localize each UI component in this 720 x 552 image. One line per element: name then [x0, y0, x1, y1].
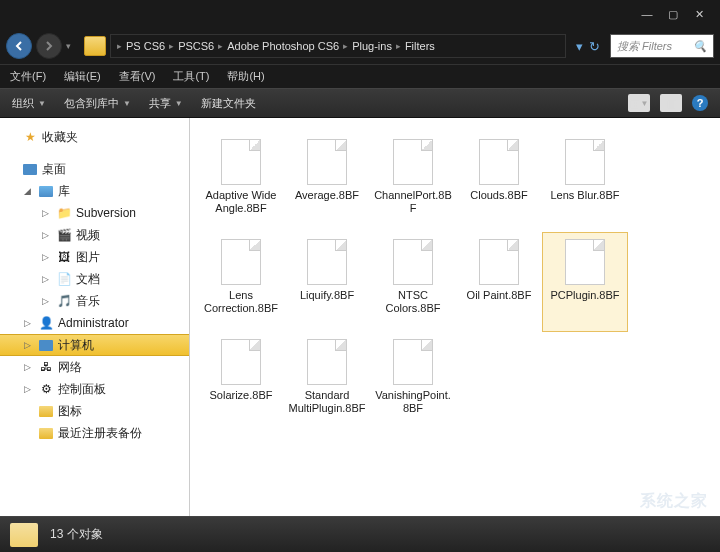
file-icon — [393, 139, 433, 185]
menu-help[interactable]: 帮助(H) — [227, 69, 264, 84]
lib-item-icon: 🎬 — [56, 228, 72, 242]
file-icon — [479, 139, 519, 185]
crumb-3[interactable]: Plug-ins — [352, 40, 392, 52]
file-icon — [565, 139, 605, 185]
file-icon — [307, 239, 347, 285]
file-label: Solarize.8BF — [210, 389, 273, 402]
file-item[interactable]: Standard MultiPlugin.8BF — [284, 332, 370, 432]
tree-lib-item[interactable]: ▷🎵音乐 — [0, 290, 189, 312]
folder-icon — [39, 406, 53, 417]
file-item[interactable]: Solarize.8BF — [198, 332, 284, 432]
nav-bar: ▾ ▸ PS CS6▸ PSCS6▸ Adobe Photoshop CS6▸ … — [0, 28, 720, 64]
crumb-4[interactable]: Filters — [405, 40, 435, 52]
minimize-button[interactable]: — — [634, 4, 660, 24]
crumb-2[interactable]: Adobe Photoshop CS6 — [227, 40, 339, 52]
organize-button[interactable]: 组织▼ — [12, 96, 46, 111]
content-area: ★ 收藏夹 桌面 ◢ 库 ▷📁Subversion▷🎬视频▷🖼图片▷📄文档▷🎵音… — [0, 118, 720, 516]
crumb-0[interactable]: PS CS6 — [126, 40, 165, 52]
tree-library[interactable]: ◢ 库 — [0, 180, 189, 202]
file-label: Liquify.8BF — [300, 289, 354, 302]
close-button[interactable]: ✕ — [686, 4, 712, 24]
menu-view[interactable]: 查看(V) — [119, 69, 156, 84]
maximize-button[interactable]: ▢ — [660, 4, 686, 24]
file-label: Adaptive Wide Angle.8BF — [201, 189, 281, 215]
cpanel-icon: ⚙ — [38, 382, 54, 396]
file-item[interactable]: NTSC Colors.8BF — [370, 232, 456, 332]
tree-icons[interactable]: 图标 — [0, 400, 189, 422]
file-item[interactable]: Clouds.8BF — [456, 132, 542, 232]
file-label: VanishingPoint.8BF — [373, 389, 453, 415]
user-icon: 👤 — [38, 316, 54, 330]
share-button[interactable]: 共享▼ — [149, 96, 183, 111]
tree-lib-item[interactable]: ▷🎬视频 — [0, 224, 189, 246]
tree-computer[interactable]: ▷ 计算机 — [0, 334, 189, 356]
history-dropdown[interactable]: ▾ — [66, 41, 80, 51]
nav-tree: ★ 收藏夹 桌面 ◢ 库 ▷📁Subversion▷🎬视频▷🖼图片▷📄文档▷🎵音… — [0, 118, 190, 516]
search-icon: 🔍 — [693, 40, 707, 53]
back-button[interactable] — [6, 33, 32, 59]
file-item[interactable]: Lens Blur.8BF — [542, 132, 628, 232]
help-button[interactable]: ? — [692, 95, 708, 111]
tree-recent-reg[interactable]: 最近注册表备份 — [0, 422, 189, 444]
file-label: Oil Paint.8BF — [467, 289, 532, 302]
search-input[interactable]: 搜索 Filters 🔍 — [610, 34, 714, 58]
tree-control-panel[interactable]: ▷⚙ 控制面板 — [0, 378, 189, 400]
file-icon — [307, 339, 347, 385]
file-icon — [221, 239, 261, 285]
tree-lib-item[interactable]: ▷📄文档 — [0, 268, 189, 290]
file-label: Lens Blur.8BF — [550, 189, 619, 202]
file-item[interactable]: Liquify.8BF — [284, 232, 370, 332]
crumb-1[interactable]: PSCS6 — [178, 40, 214, 52]
tree-administrator[interactable]: ▷👤 Administrator — [0, 312, 189, 334]
forward-button[interactable] — [36, 33, 62, 59]
tree-favorites[interactable]: ★ 收藏夹 — [0, 126, 189, 148]
tree-lib-item[interactable]: ▷📁Subversion — [0, 202, 189, 224]
file-label: Average.8BF — [295, 189, 359, 202]
file-item[interactable]: Adaptive Wide Angle.8BF — [198, 132, 284, 232]
menu-edit[interactable]: 编辑(E) — [64, 69, 101, 84]
folder-icon — [84, 36, 106, 56]
file-icon — [221, 339, 261, 385]
file-label: Clouds.8BF — [470, 189, 527, 202]
refresh-icon[interactable]: ↻ — [589, 39, 600, 54]
file-label: NTSC Colors.8BF — [373, 289, 453, 315]
file-icon — [307, 139, 347, 185]
file-icon — [393, 339, 433, 385]
file-item[interactable]: VanishingPoint.8BF — [370, 332, 456, 432]
computer-icon — [39, 340, 53, 351]
menu-tools[interactable]: 工具(T) — [173, 69, 209, 84]
file-item[interactable]: ChannelPort.8BF — [370, 132, 456, 232]
status-folder-icon — [10, 523, 38, 547]
preview-pane-button[interactable]: ▤ — [660, 94, 682, 112]
file-item[interactable]: Oil Paint.8BF — [456, 232, 542, 332]
lib-item-icon: 🖼 — [56, 250, 72, 264]
status-count: 13 个对象 — [50, 526, 103, 543]
recent-dropdown-icon[interactable]: ▾ — [576, 39, 583, 54]
view-mode-button[interactable]: ▦▼ — [628, 94, 650, 112]
file-icon — [221, 139, 261, 185]
new-folder-button[interactable]: 新建文件夹 — [201, 96, 256, 111]
folder-icon — [39, 428, 53, 439]
include-library-button[interactable]: 包含到库中▼ — [64, 96, 131, 111]
file-item[interactable]: Lens Correction.8BF — [198, 232, 284, 332]
breadcrumb[interactable]: ▸ PS CS6▸ PSCS6▸ Adobe Photoshop CS6▸ Pl… — [110, 34, 566, 58]
tree-network[interactable]: ▷🖧 网络 — [0, 356, 189, 378]
file-icon — [565, 239, 605, 285]
search-placeholder: 搜索 Filters — [617, 39, 672, 54]
status-bar: 13 个对象 — [0, 516, 720, 552]
tree-lib-item[interactable]: ▷🖼图片 — [0, 246, 189, 268]
menu-file[interactable]: 文件(F) — [10, 69, 46, 84]
titlebar: — ▢ ✕ — [0, 0, 720, 28]
file-item[interactable]: PCPlugin.8BF — [542, 232, 628, 332]
lib-item-icon: 📁 — [56, 206, 72, 220]
file-icon — [479, 239, 519, 285]
network-icon: 🖧 — [38, 360, 54, 374]
library-icon — [39, 186, 53, 197]
file-label: PCPlugin.8BF — [550, 289, 619, 302]
file-grid[interactable]: Adaptive Wide Angle.8BFAverage.8BFChanne… — [190, 118, 720, 516]
file-item[interactable]: Average.8BF — [284, 132, 370, 232]
star-icon: ★ — [22, 130, 38, 144]
tree-desktop[interactable]: 桌面 — [0, 158, 189, 180]
toolbar: 组织▼ 包含到库中▼ 共享▼ 新建文件夹 ▦▼ ▤ ? — [0, 88, 720, 118]
desktop-icon — [23, 164, 37, 175]
